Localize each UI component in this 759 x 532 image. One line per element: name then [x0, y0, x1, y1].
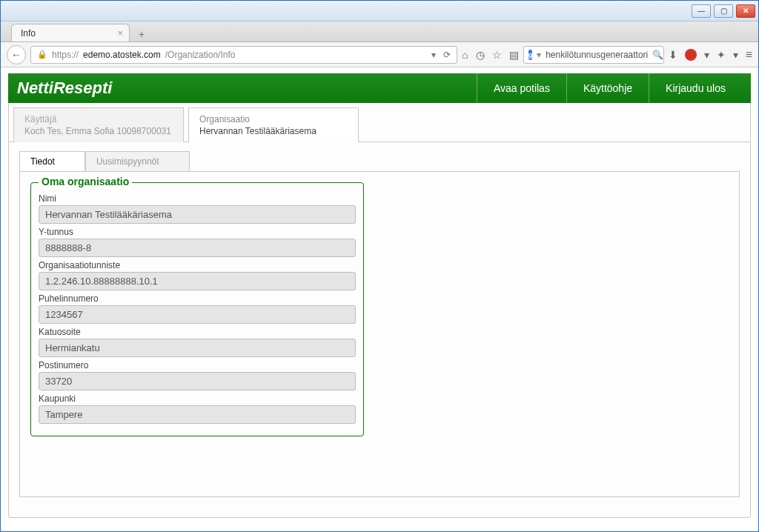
value-street: Hermiankatu	[39, 339, 356, 357]
context-user-label: Käyttäjä	[24, 114, 173, 124]
subtab-info[interactable]: Tiedot	[19, 151, 85, 171]
browser-window: — ▢ ✕ Info × + ← 🔒 https:// edemo.atoste…	[0, 0, 759, 532]
browser-tabstrip: Info × +	[1, 21, 758, 42]
history-icon[interactable]: ◷	[476, 49, 485, 61]
content-box: Oma organisaatio Nimi Hervannan Testilää…	[19, 171, 740, 497]
label-ytunnus: Y-tunnus	[39, 227, 356, 237]
main-panel: Käyttäjä Koch Tes, Emma Sofia 1009870003…	[8, 103, 751, 518]
close-tab-icon[interactable]: ×	[117, 27, 123, 39]
browser-tab[interactable]: Info ×	[11, 24, 130, 41]
value-city: Tampere	[39, 405, 356, 424]
page-content: NettiResepti Avaa potilas Käyttöohje Kir…	[1, 67, 758, 524]
url-host: edemo.atostek.com	[83, 50, 161, 60]
value-orgid: 1.2.246.10.88888888.10.1	[39, 272, 356, 290]
nav-logout[interactable]: Kirjaudu ulos	[649, 73, 742, 103]
app-header: NettiResepti Avaa potilas Käyttöohje Kir…	[8, 73, 751, 103]
context-tab-user[interactable]: Käyttäjä Koch Tes, Emma Sofia 1009870003…	[13, 107, 184, 142]
star-icon[interactable]: ☆	[492, 49, 502, 61]
back-button[interactable]: ←	[7, 45, 26, 64]
address-bar[interactable]: 🔒 https:// edemo.atostek.com /Organizati…	[30, 46, 457, 64]
app-title: NettiResepti	[17, 79, 112, 98]
home-icon[interactable]: ⌂	[462, 49, 468, 61]
dropdown-icon-2[interactable]: ▾	[704, 49, 709, 61]
url-scheme: https://	[52, 50, 79, 60]
subtab-renewals[interactable]: Uusimispyynnöt	[85, 151, 190, 171]
context-user-value: Koch Tes, Emma Sofia 10098700031	[24, 126, 173, 136]
label-orgid: Organisaatiotunniste	[39, 260, 356, 270]
label-postal: Postinumero	[39, 360, 356, 370]
value-postal: 33720	[39, 372, 356, 390]
list-icon[interactable]: ▤	[509, 49, 519, 61]
value-ytunnus: 8888888-8	[39, 239, 356, 257]
url-path: /Organization/Info	[165, 50, 236, 60]
dropdown-icon-3[interactable]: ▾	[733, 49, 738, 61]
organization-fieldset: Oma organisaatio Nimi Hervannan Testilää…	[30, 182, 364, 436]
maximize-button[interactable]: ▢	[714, 4, 733, 18]
new-tab-button[interactable]: +	[134, 27, 149, 41]
browser-tab-title: Info	[21, 28, 36, 39]
search-box[interactable]: g ▾ henkilötunnusgeneraattori 🔍	[523, 46, 664, 64]
window-titlebar: — ▢ ✕	[1, 1, 758, 21]
window-buttons: — ▢ ✕	[692, 4, 755, 18]
toolbar-icons-right: ⬇ ▾ ✦ ▾ ≡	[669, 48, 752, 61]
app-nav: Avaa potilas Käyttöohje Kirjaudu ulos	[477, 73, 742, 103]
minimize-button[interactable]: —	[692, 4, 711, 18]
label-city: Kaupunki	[39, 393, 356, 404]
context-org-label: Organisaatio	[199, 114, 348, 124]
close-window-button[interactable]: ✕	[736, 4, 755, 18]
search-placeholder: henkilötunnusgeneraattori	[546, 50, 648, 60]
nav-open-patient[interactable]: Avaa potilas	[477, 73, 566, 103]
context-org-value: Hervannan Testilääkäriasema	[199, 126, 348, 136]
label-name: Nimi	[39, 193, 356, 204]
subtabs: Tiedot Uusimispyynnöt	[19, 151, 750, 171]
context-tabs: Käyttäjä Koch Tes, Emma Sofia 1009870003…	[9, 103, 750, 142]
google-icon: g	[528, 50, 533, 60]
search-icon[interactable]: 🔍	[652, 50, 663, 60]
nav-guide[interactable]: Käyttöohje	[566, 73, 649, 103]
lock-icon: 🔒	[37, 50, 47, 59]
fieldset-legend: Oma organisaatio	[39, 176, 132, 187]
label-street: Katuosoite	[39, 327, 356, 337]
puzzle-icon[interactable]: ✦	[717, 49, 726, 61]
value-phone: 1234567	[39, 305, 356, 324]
toolbar-icons-left: ⌂ ◷ ☆ ▤	[462, 49, 518, 61]
label-phone: Puhelinnumero	[39, 293, 356, 304]
reload-icon[interactable]: ⟳	[443, 50, 451, 60]
menu-icon[interactable]: ≡	[746, 48, 752, 61]
browser-toolbar: ← 🔒 https:// edemo.atostek.com /Organiza…	[1, 42, 758, 67]
abp-icon[interactable]	[685, 49, 697, 61]
dropdown-icon[interactable]: ▾	[431, 50, 436, 60]
download-icon[interactable]: ⬇	[669, 49, 677, 61]
value-name: Hervannan Testilääkäriasema	[39, 205, 356, 224]
context-tab-organization[interactable]: Organisaatio Hervannan Testilääkäriasema	[188, 107, 359, 142]
